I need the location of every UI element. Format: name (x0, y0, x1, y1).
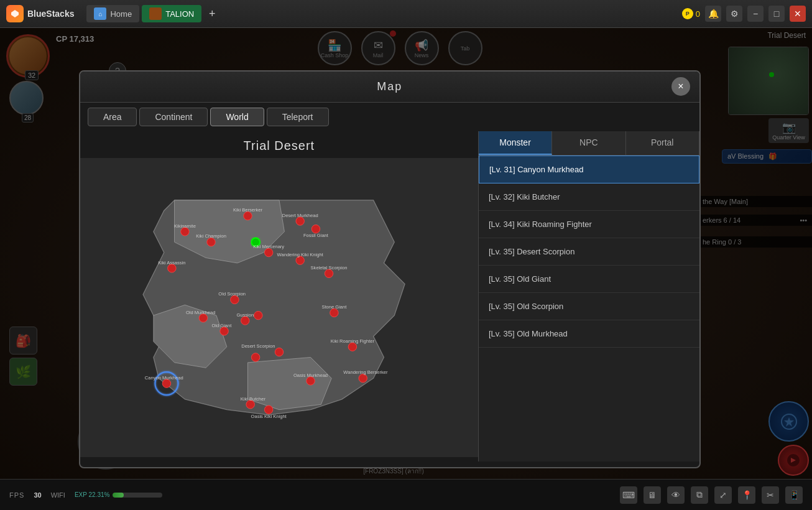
monster-list: [Lv. 31] Canyon Murkhead [Lv. 32] Kiki B… (479, 155, 699, 461)
info-tab-portal[interactable]: Portal (626, 131, 699, 155)
svg-point-13 (296, 256, 304, 264)
monster-item-5[interactable]: [Lv. 35] Old Scorpion (479, 293, 699, 320)
svg-text:Oasis Murkhead: Oasis Murkhead (293, 372, 328, 378)
map-area-title: Trial Desert (80, 131, 478, 158)
svg-text:Kiki Roaming Fighter: Kiki Roaming Fighter (331, 338, 375, 343)
maximize-button[interactable]: □ (768, 6, 785, 22)
title-bar: BlueStacks ⌂ Home TALION + P 0 🔔 ⚙ − □ ✕ (0, 0, 812, 28)
map-tab-teleport[interactable]: Teleport (267, 108, 329, 126)
home-tab[interactable]: ⌂ Home (86, 5, 139, 22)
monster-item-2[interactable]: [Lv. 34] Kiki Roaming Fighter (479, 211, 699, 238)
notification-button[interactable]: 🔔 (705, 6, 721, 22)
svg-point-26 (359, 374, 367, 382)
svg-text:Wandering Kiki Knight: Wandering Kiki Knight (277, 251, 323, 257)
svg-point-18 (199, 313, 207, 322)
mobile-icon-btn[interactable]: 📱 (785, 486, 803, 504)
add-tab-button[interactable]: + (204, 6, 220, 22)
svg-point-21 (251, 353, 259, 361)
map-tab-continent[interactable]: Continent (139, 108, 208, 126)
svg-point-15 (231, 295, 239, 304)
svg-point-17 (254, 311, 262, 319)
exp-fill (113, 493, 124, 498)
svg-marker-0 (11, 10, 19, 17)
info-tab-monster[interactable]: Monster (479, 131, 552, 155)
svg-point-8 (244, 211, 252, 220)
settings-button[interactable]: ⚙ (726, 6, 742, 22)
eye-icon-btn[interactable]: 👁 (667, 486, 685, 504)
svg-text:Desert Scorpion: Desert Scorpion (241, 343, 275, 349)
monster-item-3[interactable]: [Lv. 35] Desert Scorpion (479, 238, 699, 266)
location-icon-btn[interactable]: 📍 (738, 486, 755, 504)
svg-point-19 (220, 327, 228, 335)
svg-text:Canyon Murkhead: Canyon Murkhead (145, 374, 183, 380)
svg-point-14 (325, 269, 333, 277)
svg-text:Kiki Mercenary: Kiki Mercenary (253, 244, 284, 249)
coin-area: P 0 (682, 8, 700, 19)
exp-bar (113, 493, 162, 498)
map-close-button[interactable]: × (671, 77, 690, 96)
game-icon (149, 7, 162, 20)
info-tabs: Monster NPC Portal (479, 131, 699, 155)
map-modal: Map × Area Continent World Teleport Tria… (79, 70, 701, 468)
svg-text:Skeletal Scorpion: Skeletal Scorpion (310, 265, 347, 271)
coin-icon: P (682, 8, 693, 19)
svg-point-23 (348, 342, 356, 350)
exp-container: EXP 22.31% (75, 491, 163, 498)
titlebar-right: P 0 🔔 ⚙ − □ ✕ (682, 6, 806, 22)
svg-text:Old Giant: Old Giant (211, 322, 232, 328)
svg-text:Gussion: Gussion (236, 312, 254, 317)
svg-point-10 (207, 238, 215, 246)
svg-text:Kiki Champion: Kiki Champion (196, 233, 226, 239)
modal-overlay: Map × Area Continent World Teleport Tria… (0, 28, 812, 510)
map-content: Trial Desert (80, 131, 699, 461)
map-tabs: Area Continent World Teleport (80, 103, 699, 131)
monster-item-4[interactable]: [Lv. 35] Old Giant (479, 266, 699, 293)
bottom-icons: ⌨ 🖥 👁 ⧉ ⤢ 📍 ✂ 📱 (620, 486, 803, 504)
minimize-button[interactable]: − (747, 6, 764, 22)
svg-text:Oasis Kiki Knight: Oasis Kiki Knight (251, 414, 287, 419)
copy-icon-btn[interactable]: ⧉ (691, 486, 708, 504)
bs-title: BlueStacks (27, 9, 74, 19)
map-tab-world[interactable]: World (210, 108, 264, 126)
map-canvas[interactable]: Desert Murkhead Fossil Giant Kiki Berser… (80, 158, 478, 457)
svg-point-7 (311, 225, 320, 233)
fps-label: FPS (9, 491, 24, 499)
monster-item-6[interactable]: [Lv. 35] Old Murkhead (479, 320, 699, 348)
map-left-panel: Trial Desert (80, 131, 479, 461)
svg-point-20 (330, 308, 338, 317)
bottom-bar: FPS 30 WIFI EXP 22.31% ⌨ 🖥 👁 ⧉ ⤢ 📍 ✂ 📱 (0, 479, 812, 510)
bs-icon (6, 5, 24, 22)
svg-text:Old Murkhead: Old Murkhead (186, 309, 216, 315)
info-tab-npc[interactable]: NPC (552, 131, 625, 155)
map-tab-area[interactable]: Area (88, 108, 137, 126)
svg-point-25 (307, 376, 315, 384)
map-header: Map × (80, 72, 699, 103)
svg-point-28 (264, 405, 272, 413)
keyboard-icon-btn[interactable]: ⌨ (620, 486, 637, 504)
close-button[interactable]: ✕ (790, 6, 806, 22)
map-right-panel: Monster NPC Portal [Lv. 31] Canyon Murkh… (479, 131, 699, 461)
svg-point-6 (296, 216, 304, 225)
svg-point-16 (241, 316, 249, 324)
svg-point-11 (168, 264, 176, 272)
svg-point-27 (246, 400, 254, 408)
svg-text:Kiki Butcher: Kiki Butcher (241, 396, 266, 401)
svg-point-12 (264, 248, 272, 256)
monster-item-1[interactable]: [Lv. 32] Kiki Butcher (479, 183, 699, 211)
svg-text:Kiki Berserker: Kiki Berserker (233, 207, 263, 213)
scissors-icon-btn[interactable]: ✂ (762, 486, 779, 504)
bluestacks-logo: BlueStacks (6, 5, 74, 22)
map-title: Map (377, 80, 402, 93)
svg-text:Desert Murkhead: Desert Murkhead (282, 212, 318, 218)
monster-item-0[interactable]: [Lv. 31] Canyon Murkhead (479, 155, 699, 183)
fps-value: 30 (34, 491, 41, 499)
screen-icon-btn[interactable]: 🖥 (644, 486, 661, 504)
svg-point-9 (181, 227, 189, 235)
exp-label: EXP 22.31% (75, 491, 110, 498)
expand-icon-btn[interactable]: ⤢ (714, 486, 732, 504)
game-tab[interactable]: TALION (142, 5, 201, 22)
svg-text:Stone Giant: Stone Giant (321, 304, 347, 310)
svg-text:Fossil Giant: Fossil Giant (303, 232, 329, 238)
svg-text:Wandering Berserker: Wandering Berserker (343, 369, 388, 375)
game-area: 32 CP 17,313 28 ? 🏪 Cash Shop ✉ Mail 📢 N… (0, 28, 812, 510)
